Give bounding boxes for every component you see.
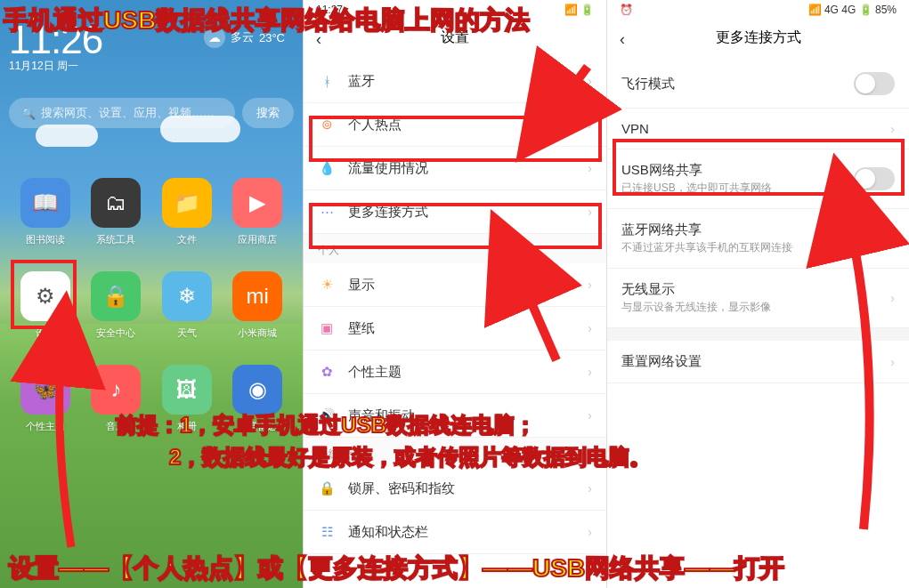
item-subtitle: 不通过蓝牙共享该手机的互联网连接	[621, 240, 854, 255]
settings-item-个人热点[interactable]: ⊚个人热点已关闭›	[304, 103, 606, 147]
item-label: 重置网络设置	[621, 353, 890, 370]
app-label: 个性主题	[26, 420, 65, 433]
item-label: 声音和振动	[348, 407, 575, 424]
settings-header: ‹ 设置	[304, 20, 606, 60]
item-label: 锁屏、密码和指纹	[348, 480, 575, 497]
weather-widget[interactable]: ☁ 多云 23°C	[204, 27, 285, 48]
app-系统工具[interactable]: 🗂系统工具	[87, 178, 146, 246]
app-小米商城[interactable]: mi小米商城	[229, 271, 288, 340]
item-label: 壁纸	[348, 320, 575, 337]
app-label: 文件	[177, 233, 197, 246]
connection-item-飞行模式[interactable]: 飞行模式	[607, 60, 909, 109]
item-label: USB网络共享	[621, 162, 854, 179]
item-label: 通知和状态栏	[348, 524, 575, 541]
app-label: 音乐	[106, 420, 126, 433]
app-应用商店[interactable]: ▶应用商店	[229, 178, 288, 246]
item-label: 无线显示	[621, 281, 890, 298]
item-label: 蓝牙	[348, 73, 540, 90]
item-icon: 🔊	[318, 407, 336, 424]
item-label: 个性主题	[348, 364, 575, 381]
connection-item-无线显示[interactable]: 无线显示与显示设备无线连接，显示影像›	[607, 269, 909, 328]
app-icon: 🦋	[20, 365, 70, 415]
app-label: 深度雷达	[238, 420, 277, 433]
app-个性主题[interactable]: 🦋个性主题	[16, 365, 75, 433]
connection-item-VPN[interactable]: VPN›	[607, 109, 909, 149]
app-文件[interactable]: 📁文件	[158, 178, 216, 246]
time: 11:26	[9, 18, 102, 62]
chevron-right-icon: ›	[588, 205, 592, 219]
toggle-switch[interactable]	[854, 167, 895, 190]
app-深度雷达[interactable]: ◉深度雷达	[229, 365, 288, 433]
settings-item-显示[interactable]: ☀显示›	[304, 263, 606, 307]
item-subtitle: 与显示设备无线连接，显示影像	[621, 300, 890, 315]
status-bar: 11:27 📶 🔋	[304, 0, 606, 20]
chevron-right-icon: ›	[588, 74, 592, 88]
app-icon: ♪	[91, 365, 141, 415]
item-label: 飞行模式	[621, 76, 854, 93]
chevron-right-icon: ›	[890, 122, 895, 136]
settings-item-锁屏、密码和指纹[interactable]: 🔒锁屏、密码和指纹›	[304, 467, 606, 511]
connection-item-重置网络设置[interactable]: 重置网络设置›	[607, 341, 909, 383]
app-label: 应用商店	[238, 233, 277, 246]
search-input[interactable]: 🔍 搜索网页、设置、应用、视频……	[9, 98, 235, 128]
item-label: 更多连接方式	[348, 204, 575, 221]
chevron-right-icon: ›	[588, 481, 592, 495]
settings-screen: 11:27 📶 🔋 ‹ 设置 ᚼ蓝牙已关›⊚个人热点已关闭›💧流量使用情况›⋯更…	[303, 0, 606, 588]
item-icon: ☀	[318, 276, 336, 294]
settings-item-个性主题[interactable]: ✿个性主题›	[304, 350, 606, 394]
chevron-right-icon: ›	[890, 291, 895, 305]
app-icon: ❄	[162, 271, 212, 321]
settings-item-声音和振动[interactable]: 🔊声音和振动›	[304, 394, 606, 438]
search-icon: 🔍	[21, 107, 36, 120]
item-icon: 💧	[318, 159, 336, 177]
settings-item-通知和状态栏[interactable]: ☷通知和状态栏›	[304, 511, 606, 554]
item-icon: ✿	[318, 363, 336, 381]
signal-icon: 📶	[808, 4, 822, 16]
app-icon: 🗂	[91, 178, 141, 228]
item-icon: ☷	[318, 523, 336, 541]
app-图书阅读[interactable]: 📖图书阅读	[16, 178, 75, 246]
settings-item-壁纸[interactable]: ▣壁纸›	[304, 307, 606, 350]
app-icon: 📖	[20, 178, 70, 228]
back-button[interactable]: ‹	[620, 30, 625, 49]
item-icon: ▣	[318, 319, 336, 337]
app-icon: 📁	[162, 178, 212, 228]
item-subtitle: 已连接USB，选中即可共享网络	[621, 181, 854, 196]
search-button[interactable]: 搜索	[242, 98, 294, 128]
connection-item-USB网络共享[interactable]: USB网络共享已连接USB，选中即可共享网络	[607, 149, 909, 209]
chevron-right-icon: ›	[588, 117, 592, 132]
chevron-right-icon: ›	[588, 278, 592, 292]
signal-text-2: 4G	[841, 4, 856, 16]
item-value: 已关闭	[540, 117, 575, 133]
app-相册[interactable]: 🖼相册	[158, 365, 216, 433]
app-音乐[interactable]: ♪音乐	[87, 365, 146, 433]
toggle-switch[interactable]	[854, 72, 895, 95]
settings-item-更多连接方式[interactable]: ⋯更多连接方式›	[304, 190, 606, 234]
app-label: 系统工具	[96, 233, 135, 246]
home-screen: 11:26 11月12日 周一 ☁ 多云 23°C 🔍 搜索网页、设置、应用、视…	[0, 0, 303, 588]
signal-text: 4G	[824, 4, 839, 16]
toggle-switch[interactable]	[854, 227, 895, 250]
item-icon: 🔒	[318, 479, 336, 497]
chevron-right-icon: ›	[588, 408, 592, 423]
chevron-right-icon: ›	[588, 321, 592, 335]
back-button[interactable]: ‹	[316, 30, 321, 49]
connections-screen: ⏰ 📶 4G 4G 🔋 85% ‹ 更多连接方式 飞行模式VPN›USB网络共享…	[606, 0, 909, 588]
app-icon: 🔒	[91, 271, 141, 321]
app-天气[interactable]: ❄天气	[158, 271, 216, 340]
chevron-right-icon: ›	[588, 525, 592, 539]
section-personal: 个人	[304, 234, 606, 263]
weather-icon: ☁	[204, 27, 225, 48]
app-label: 相册	[177, 420, 197, 433]
connection-item-蓝牙网络共享[interactable]: 蓝牙网络共享不通过蓝牙共享该手机的互联网连接	[607, 209, 909, 269]
section-system: 系统和设备	[304, 438, 606, 467]
settings-item-流量使用情况[interactable]: 💧流量使用情况›	[304, 147, 606, 190]
app-icon: 🖼	[162, 365, 212, 415]
app-安全中心[interactable]: 🔒安全中心	[87, 271, 146, 340]
app-icon: ◉	[232, 365, 282, 415]
app-设置[interactable]: ⚙设置	[16, 271, 75, 340]
settings-item-蓝牙[interactable]: ᚼ蓝牙已关›	[304, 60, 606, 103]
app-icon: ⚙	[20, 271, 70, 321]
item-icon: ⊚	[318, 116, 336, 133]
chevron-right-icon: ›	[588, 365, 592, 379]
